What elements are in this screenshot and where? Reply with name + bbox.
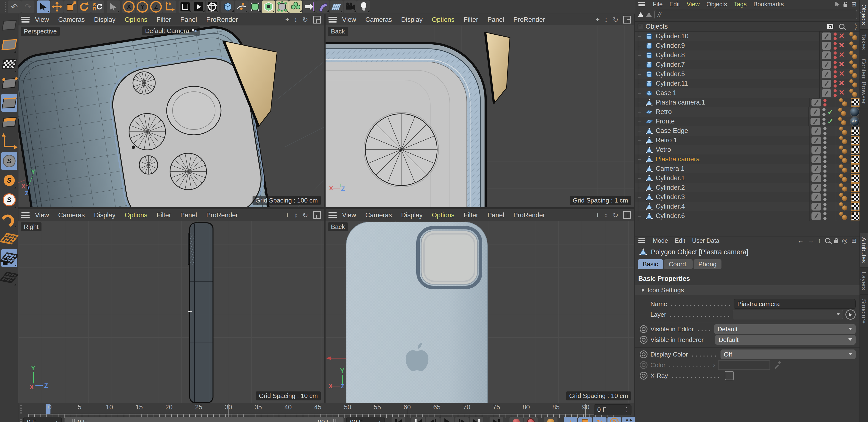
viewport-menu-item[interactable]: Filter: [156, 212, 171, 219]
viewport-menu-item[interactable]: Options: [125, 212, 147, 219]
magnet[interactable]: S: [1, 210, 17, 228]
om-pick-icon[interactable]: [835, 2, 840, 7]
viewport-maximize-icon[interactable]: [313, 16, 321, 24]
viewport-zoom-icon[interactable]: ↕: [604, 211, 608, 219]
viewport-canvas-back-bottom[interactable]: X Z Y Back Grid Spacing : 10 cm: [326, 221, 634, 403]
visibility-dots[interactable]: [823, 165, 827, 173]
layer-toggle[interactable]: [822, 89, 831, 97]
current-frame-spinner[interactable]: 0 F∧∨: [594, 404, 631, 415]
layer-toggle[interactable]: [822, 32, 831, 40]
viewport-zoom-icon[interactable]: ↕: [604, 16, 608, 24]
texture-mode[interactable]: S: [1, 55, 17, 73]
render-state-icon[interactable]: [837, 79, 846, 88]
object-manager-menu-item[interactable]: Edit: [669, 1, 680, 8]
phong-tag[interactable]: [839, 164, 849, 173]
subdivision-surface-button[interactable]: [248, 0, 261, 13]
object-row[interactable]: Piastra camera: [636, 155, 860, 164]
am-tab[interactable]: Basic: [638, 259, 663, 269]
polygon-mode[interactable]: S: [1, 113, 17, 131]
primitive-cube-button[interactable]: [221, 0, 234, 13]
eyedropper-icon[interactable]: [773, 361, 781, 369]
layer-toggle[interactable]: [811, 203, 821, 210]
goto-start-button[interactable]: [392, 417, 405, 422]
viewport-menu-item[interactable]: ProRender: [206, 212, 238, 219]
texture-tag[interactable]: [851, 202, 860, 211]
viewport-menu-item[interactable]: ProRender: [513, 16, 545, 24]
visibility-dots[interactable]: [823, 127, 827, 135]
keyframe-selection-button[interactable]: [544, 417, 557, 422]
viewport-menu-item[interactable]: Cameras: [58, 16, 85, 24]
key-rotation-button[interactable]: ↻: [593, 417, 607, 422]
viewport-menu-item[interactable]: Display: [401, 212, 423, 219]
texture-tag[interactable]: [850, 107, 860, 117]
path-up2-icon[interactable]: [646, 12, 652, 17]
viewport-maximize-icon[interactable]: [313, 211, 321, 219]
viewport-menu-item[interactable]: Cameras: [58, 212, 85, 219]
deformer-button[interactable]: [316, 0, 330, 13]
render-view-button[interactable]: [179, 0, 192, 13]
redo-button[interactable]: ↷: [21, 0, 34, 13]
visibility-dots[interactable]: [823, 202, 827, 211]
render-picture-viewer-button[interactable]: [192, 0, 205, 13]
coordinate-system-button[interactable]: [163, 0, 176, 13]
viewport-menu-item[interactable]: Filter: [464, 16, 478, 24]
timeline-ruler[interactable]: 051015202530354045505560657075808590: [35, 403, 601, 411]
object-manager-menu-item[interactable]: Bookmarks: [753, 1, 784, 8]
viewport-zoom-icon[interactable]: ↕: [294, 211, 298, 219]
side-tab[interactable]: Attributes: [860, 233, 868, 267]
visible-editor-dropdown[interactable]: Default: [714, 324, 856, 334]
phong-tag[interactable]: [849, 70, 860, 78]
visibility-dots[interactable]: [833, 32, 837, 40]
workplane[interactable]: S: [1, 230, 17, 248]
viewport-menu-item[interactable]: Options: [125, 16, 147, 24]
record-keyframe-button[interactable]: [509, 417, 523, 422]
live-selection-button[interactable]: [37, 0, 50, 13]
visibility-dots[interactable]: [823, 155, 827, 163]
viewport-menu-item[interactable]: Display: [401, 16, 423, 24]
am-search-icon[interactable]: [825, 238, 830, 243]
layer-pick-button[interactable]: [845, 310, 856, 320]
am-add-panel-icon[interactable]: ⊞: [851, 237, 857, 245]
object-row[interactable]: Cylinder.9: [636, 41, 860, 51]
viewport-pan-icon[interactable]: +: [595, 211, 599, 219]
visibility-dots[interactable]: [823, 146, 827, 154]
lock-z-button[interactable]: Z: [149, 0, 162, 13]
path-up-icon[interactable]: [638, 12, 644, 17]
rotate-tool-button[interactable]: [78, 0, 91, 13]
layer-toggle[interactable]: [811, 99, 821, 106]
texture-tag[interactable]: [851, 136, 860, 145]
layer-toggle[interactable]: [810, 118, 820, 125]
visibility-dots[interactable]: [833, 51, 837, 59]
visibility-dots[interactable]: [823, 193, 827, 201]
side-tab[interactable]: Layers: [860, 267, 868, 295]
object-row[interactable]: Cylinder.8: [636, 51, 860, 60]
xray-checkbox[interactable]: [725, 371, 734, 380]
viewport-pan-icon[interactable]: +: [595, 16, 599, 24]
texture-tag[interactable]: [851, 193, 860, 201]
viewport-rotate-icon[interactable]: ↻: [303, 16, 308, 24]
object-row[interactable]: Retro 1: [636, 136, 860, 145]
volume-builder-button[interactable]: [289, 0, 302, 13]
model-mode[interactable]: S: [1, 36, 17, 54]
render-state-icon[interactable]: [837, 70, 846, 78]
phong-tag[interactable]: [849, 51, 860, 60]
texture-tag[interactable]: [851, 145, 860, 154]
viewport-menu-icon[interactable]: [329, 17, 337, 23]
timeline-grip2[interactable]: [20, 417, 22, 422]
toolbar-grip[interactable]: [3, 2, 6, 12]
visible-renderer-dropdown[interactable]: Default: [715, 335, 856, 345]
viewport-rotate-icon[interactable]: ↻: [303, 211, 308, 219]
viewport-menu-item[interactable]: Display: [94, 16, 116, 24]
search-icon[interactable]: [839, 24, 844, 29]
viewport-pan-icon[interactable]: +: [285, 16, 289, 24]
render-state-icon[interactable]: [837, 32, 846, 40]
side-tab[interactable]: Structure: [860, 295, 868, 328]
key-scale-button[interactable]: [578, 417, 592, 422]
workplane-lock[interactable]: S: [1, 249, 17, 267]
viewport-menu-item[interactable]: View: [342, 16, 356, 24]
side-tab[interactable]: Objects: [860, 0, 868, 30]
object-row[interactable]: Cylinder.1: [636, 173, 860, 183]
object-row[interactable]: Cylinder.10: [636, 32, 860, 41]
snap-settings[interactable]: S: [1, 171, 17, 189]
object-row[interactable]: Cylinder.4: [636, 202, 860, 211]
